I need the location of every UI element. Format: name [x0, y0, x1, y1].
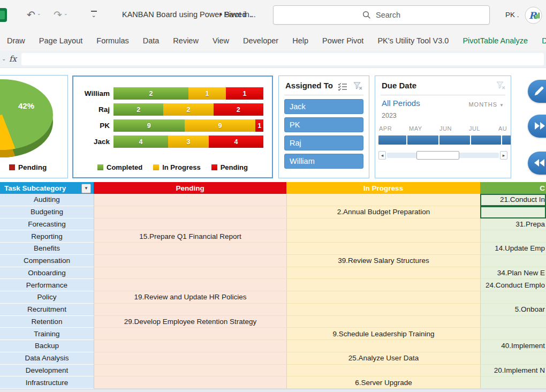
timeline-bar-apr[interactable]	[378, 135, 406, 145]
pending-cell[interactable]	[94, 194, 286, 206]
in-progress-cell[interactable]	[286, 316, 480, 328]
timeline-bar-may[interactable]	[407, 135, 438, 145]
task-card-completed[interactable]: 40.Implement	[480, 340, 546, 352]
pending-cell[interactable]	[94, 267, 286, 280]
task-card-completed[interactable]: 5.Onboar	[480, 304, 546, 316]
pending-cell[interactable]	[94, 352, 286, 365]
timeline-scroll-right-button[interactable]: ▸	[500, 151, 507, 160]
save-status[interactable]: • Saved⌄	[219, 10, 254, 19]
ribbon-tab-draw[interactable]: Draw	[0, 31, 32, 51]
completed-column-header[interactable]: C	[480, 182, 546, 194]
task-card-in-progress[interactable]: 9.Schedule Leadership Training	[286, 328, 480, 340]
in-progress-cell[interactable]	[286, 243, 480, 255]
excel-logo-icon[interactable]	[0, 8, 7, 22]
subcategory-cell-compensation[interactable]: Compensation	[0, 255, 94, 267]
task-card-pending[interactable]: 19.Review and Update HR Policies	[94, 291, 286, 304]
subcategory-cell-benefits[interactable]: Benefits	[0, 243, 94, 255]
ribbon-tab-review[interactable]: Review	[166, 31, 206, 51]
subcategory-cell-training[interactable]: Training	[0, 328, 94, 340]
filter-dropdown-button[interactable]: ▼	[81, 184, 91, 193]
slicer-button-pk[interactable]: PK	[284, 117, 363, 132]
subcategory-cell-recruitment[interactable]: Recruitment	[0, 304, 94, 316]
subcategory-cell-reporting[interactable]: Reporting	[0, 230, 94, 243]
subcategory-cell-development[interactable]: Development	[0, 365, 94, 377]
ribbon-tab-pivottable-analyze[interactable]: PivotTable Analyze	[456, 31, 535, 51]
pending-cell[interactable]	[94, 279, 286, 291]
in-progress-cell[interactable]	[286, 340, 480, 352]
redo-button[interactable]: ↷⌄	[54, 9, 67, 21]
in-progress-cell[interactable]	[286, 194, 480, 206]
pending-column-header[interactable]: Pending	[94, 182, 286, 194]
task-card-completed[interactable]: 34.Plan New E	[480, 267, 546, 280]
fx-icon[interactable]: fx	[9, 54, 17, 64]
in-progress-cell[interactable]	[286, 218, 480, 231]
subcategory-cell-forecasting[interactable]: Forecasting	[0, 218, 94, 231]
ribbon-tab-d[interactable]: D	[535, 31, 546, 51]
completed-cell[interactable]	[480, 230, 546, 243]
pending-cell[interactable]	[94, 340, 286, 352]
bar-chart-card[interactable]: William211Raj222PK991Jack434 CompletedIn…	[72, 76, 273, 178]
redo-chevron-icon[interactable]: ⌄	[64, 11, 68, 16]
pending-cell[interactable]	[94, 243, 286, 255]
pending-cell[interactable]	[94, 328, 286, 340]
ribbon-tab-data[interactable]: Data	[136, 31, 166, 51]
undo-chevron-icon[interactable]: ⌄	[37, 11, 41, 16]
in-progress-cell[interactable]	[286, 304, 480, 316]
in-progress-cell[interactable]	[286, 365, 480, 377]
task-card-in-progress[interactable]: 6.Server Upgrade	[286, 376, 480, 389]
task-card-completed[interactable]: 20.Implement N	[480, 365, 546, 377]
ribbon-tab-developer[interactable]: Developer	[236, 31, 285, 51]
subcategory-cell-infrastructure[interactable]: Infrastructure	[0, 376, 94, 389]
completed-cell[interactable]	[480, 255, 546, 267]
timeline-period-label[interactable]: All Periods	[382, 99, 420, 108]
timeline-granularity-dropdown[interactable]: MONTHS▼	[468, 101, 504, 108]
pending-cell[interactable]	[94, 365, 286, 377]
task-card-in-progress[interactable]: 25.Analyze User Data	[286, 352, 480, 365]
task-card-pending[interactable]: 15.Prepare Q1 Financial Report	[94, 230, 286, 243]
timeline-bar-jun[interactable]	[439, 135, 470, 145]
pending-cell[interactable]	[94, 218, 286, 231]
pending-cell[interactable]	[94, 206, 286, 218]
ribbon-tab-page-layout[interactable]: Page Layout	[32, 31, 89, 51]
multi-select-icon[interactable]	[338, 82, 347, 91]
task-card-in-progress[interactable]: 39.Review Salary Structures	[286, 255, 480, 267]
subcategory-cell-retention[interactable]: Retention	[0, 316, 94, 328]
subcategory-cell-onboarding[interactable]: Onboarding	[0, 267, 94, 280]
in-progress-cell[interactable]	[286, 267, 480, 280]
name-box-chevron-icon[interactable]: ⌄	[2, 56, 6, 62]
completed-cell[interactable]	[480, 376, 546, 389]
completed-cell[interactable]	[480, 291, 546, 304]
task-subcategory-header[interactable]: Task Subcategory ▼	[0, 182, 94, 194]
search-box[interactable]: Search	[273, 5, 490, 25]
subcategory-cell-data-analysis[interactable]: Data Analysis	[0, 352, 94, 365]
ribbon-tab-help[interactable]: Help	[285, 31, 315, 51]
ribbon-tab-power-pivot[interactable]: Power Pivot	[315, 31, 370, 51]
task-card-completed[interactable]: 21.Conduct In	[480, 194, 546, 206]
slicer-button-jack[interactable]: Jack	[284, 99, 363, 114]
undo-button[interactable]: ↶⌄	[27, 9, 41, 21]
ribbon-tab-pk-s-utility-tool-v3-0[interactable]: PK's Utility Tool V3.0	[370, 31, 456, 51]
timeline-scrollbar-thumb[interactable]	[416, 151, 459, 160]
completed-cell[interactable]	[480, 328, 546, 340]
clear-filter-icon[interactable]	[496, 81, 505, 89]
task-card-completed[interactable]: 24.Conduct Emplo	[480, 279, 546, 291]
in-progress-cell[interactable]	[286, 230, 480, 243]
customize-quick-access-toolbar-icon[interactable]: ⌄	[90, 11, 97, 19]
task-card-completed[interactable]: 14.Update Emp	[480, 243, 546, 255]
formula-input[interactable]	[21, 53, 544, 65]
subcategory-cell-auditing[interactable]: Auditing	[0, 194, 94, 206]
in-progress-cell[interactable]	[286, 279, 480, 291]
clear-filter-icon[interactable]	[353, 82, 362, 90]
pending-cell[interactable]	[94, 304, 286, 316]
task-card-pending[interactable]: 29.Develop Employee Retention Strategy	[94, 316, 286, 328]
pie-chart-card[interactable]: 42% Pending	[0, 75, 68, 178]
in-progress-column-header[interactable]: In Progress	[286, 182, 480, 194]
task-card-completed[interactable]: 31.Prepa	[480, 218, 546, 231]
subcategory-cell-performance[interactable]: Performance	[0, 279, 94, 291]
in-progress-cell[interactable]	[286, 291, 480, 304]
slicer-button-william[interactable]: William	[284, 154, 363, 169]
pending-cell[interactable]	[94, 376, 286, 389]
completed-cell[interactable]	[480, 206, 546, 218]
timeline-bar-au[interactable]	[502, 135, 511, 145]
task-card-in-progress[interactable]: 2.Annual Budget Preparation	[286, 206, 480, 218]
